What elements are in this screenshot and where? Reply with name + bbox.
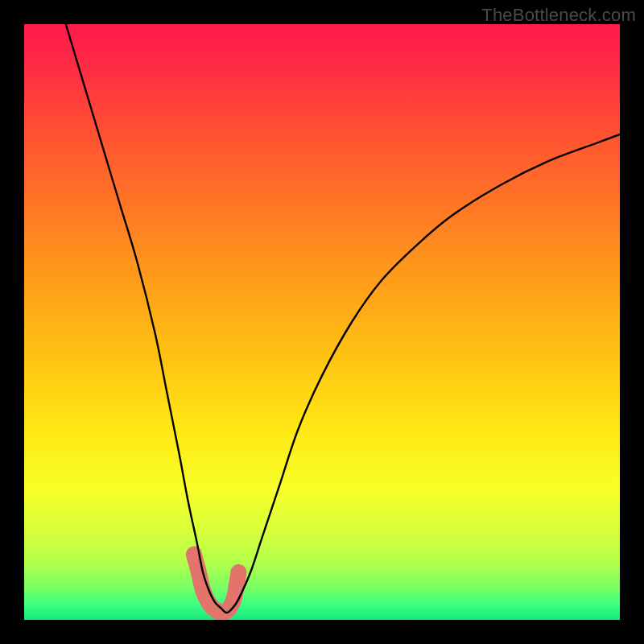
bottleneck-plot [24, 24, 620, 620]
chart-frame: TheBottleneck.com [0, 0, 644, 644]
watermark-label: TheBottleneck.com [481, 5, 636, 26]
gradient-background [24, 24, 620, 620]
